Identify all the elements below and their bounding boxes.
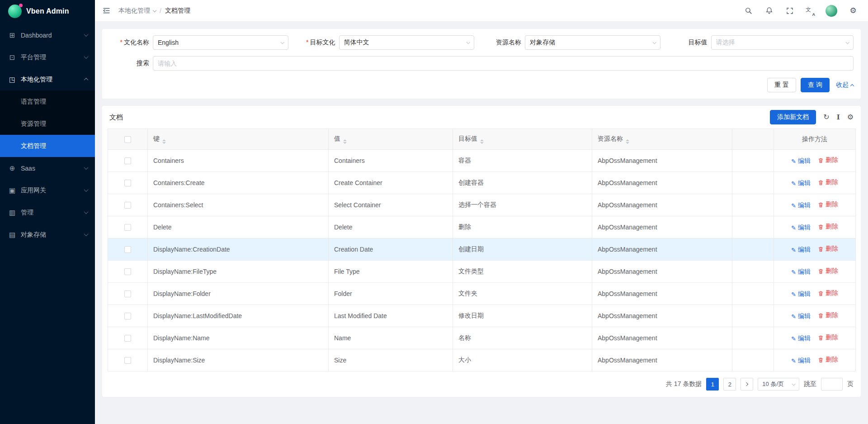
edit-button[interactable]: ✎编辑 [791, 157, 811, 165]
table-settings-icon[interactable]: ⚙ [847, 114, 854, 121]
delete-button[interactable]: 删除 [818, 356, 838, 364]
delete-button[interactable]: 删除 [818, 289, 838, 297]
table-row: ContainersContainers容器AbpOssManagement✎编… [108, 150, 856, 172]
sidebar-item-platform[interactable]: ⊡平台管理 [0, 46, 95, 68]
filter-select-1[interactable]: 简体中文 [339, 35, 475, 50]
filter-select-2[interactable]: 对象存储 [525, 35, 660, 50]
row-checkbox[interactable] [124, 357, 131, 364]
sidebar-collapse-icon[interactable] [101, 6, 111, 16]
cell-key: Containers:Create [148, 172, 329, 194]
logo[interactable]: Vben Admin [0, 0, 95, 22]
admin-icon: ▥ [8, 209, 16, 217]
edit-button[interactable]: ✎编辑 [791, 224, 811, 232]
sidebar-item-localization[interactable]: ◳本地化管理 [0, 68, 95, 91]
delete-button[interactable]: 删除 [818, 311, 838, 319]
delete-button[interactable]: 删除 [818, 267, 838, 275]
row-checkbox[interactable] [124, 268, 131, 275]
delete-button[interactable]: 删除 [818, 178, 838, 186]
sidebar-item-label: 管理 [21, 209, 85, 217]
page-buttons: 12 [706, 378, 736, 391]
chevron-right-icon [745, 382, 748, 386]
edit-button[interactable]: ✎编辑 [791, 290, 811, 298]
bell-icon[interactable] [764, 6, 774, 16]
reset-button[interactable]: 重 置 [767, 78, 796, 92]
main-column: 本地化管理 / 文档管理 文 A ⚙ [95, 0, 868, 424]
cell-value: Folder [329, 283, 453, 305]
sidebar-subitem-language[interactable]: 语言管理 [0, 91, 95, 113]
search-input[interactable] [153, 56, 854, 71]
delete-button[interactable]: 删除 [818, 245, 838, 253]
cell-resource-name: AbpOssManagement [592, 261, 732, 283]
edit-button[interactable]: ✎编辑 [791, 268, 811, 276]
delete-button[interactable]: 删除 [818, 333, 838, 342]
cell-target-value: 修改日期 [453, 305, 592, 327]
table-row: DisplayName:SizeSize大小AbpOssManagement✎编… [108, 349, 856, 372]
cell-value: Name [329, 327, 453, 349]
collapse-toggle[interactable]: 收起 [836, 81, 854, 89]
avatar[interactable] [826, 5, 837, 17]
cell-key: DisplayName:Size [148, 349, 329, 372]
delete-button[interactable]: 删除 [818, 156, 838, 164]
next-page-button[interactable] [741, 378, 753, 391]
edit-button[interactable]: ✎编辑 [791, 312, 811, 320]
page-button-1[interactable]: 1 [706, 378, 719, 391]
cell-actions: ✎编辑删除 [774, 327, 856, 349]
edit-button[interactable]: ✎编辑 [791, 357, 811, 365]
filter-select-3[interactable]: 请选择 [711, 35, 854, 50]
row-height-icon[interactable]: I [837, 114, 840, 121]
sidebar-item-gateway[interactable]: ▣应用网关 [0, 179, 95, 201]
cell-empty [732, 327, 774, 349]
row-checkbox[interactable] [124, 246, 131, 253]
edit-button[interactable]: ✎编辑 [791, 201, 811, 210]
row-checkbox[interactable] [124, 291, 131, 297]
sort-icon[interactable] [626, 139, 629, 144]
translate-sub-glyph: A [812, 12, 816, 17]
gear-icon[interactable]: ⚙ [848, 6, 858, 16]
search-icon[interactable] [743, 6, 753, 16]
page-size-select[interactable]: 10 条/页 [758, 378, 799, 391]
add-document-button[interactable]: 添加新文档 [770, 110, 816, 124]
refresh-icon[interactable]: ↻ [823, 114, 829, 121]
breadcrumb-parent[interactable]: 本地化管理 [118, 7, 156, 15]
select-all-checkbox[interactable] [124, 136, 131, 143]
row-checkbox[interactable] [124, 335, 131, 342]
row-checkbox[interactable] [124, 313, 131, 319]
cell-resource-name: AbpOssManagement [592, 327, 732, 349]
sidebar-item-admin[interactable]: ▥管理 [0, 201, 95, 224]
edit-button[interactable]: ✎编辑 [791, 246, 811, 254]
sort-icon[interactable] [480, 139, 484, 144]
pencil-icon: ✎ [791, 202, 796, 209]
jump-input[interactable] [821, 378, 843, 391]
edit-button[interactable]: ✎编辑 [791, 334, 811, 343]
edit-button[interactable]: ✎编辑 [791, 179, 811, 187]
sort-icon[interactable] [343, 139, 347, 144]
fullscreen-icon[interactable] [785, 6, 795, 16]
sidebar-subitem-document[interactable]: 文档管理 [0, 135, 95, 157]
query-button[interactable]: 查 询 [801, 78, 830, 92]
translate-main-glyph: 文 [806, 6, 811, 14]
filter-panel: *文化名称English*目标文化简体中文资源名称对象存储目标值请选择 搜索 重… [102, 29, 861, 99]
sidebar-item-dashboard[interactable]: ⊞Dashboard [0, 24, 95, 46]
delete-button[interactable]: 删除 [818, 223, 838, 231]
cell-resource-name: AbpOssManagement [592, 194, 732, 216]
cell-key: DisplayName:Name [148, 327, 329, 349]
sidebar-item-oss[interactable]: ▤对象存储 [0, 224, 95, 246]
cell-actions: ✎编辑删除 [774, 194, 856, 216]
cell-actions: ✎编辑删除 [774, 238, 856, 261]
trash-icon [818, 291, 824, 296]
translate-icon[interactable]: 文 A [806, 6, 815, 15]
filter-select-0[interactable]: English [153, 35, 288, 50]
row-checkbox[interactable] [124, 157, 131, 164]
row-checkbox[interactable] [124, 180, 131, 186]
page-button-2[interactable]: 2 [723, 378, 736, 391]
table-row: DisplayName:FileTypeFile Type文件类型AbpOssM… [108, 261, 856, 283]
row-checkbox[interactable] [124, 202, 131, 209]
delete-button[interactable]: 删除 [818, 200, 838, 209]
required-asterisk: * [306, 38, 308, 46]
oss-icon: ▤ [8, 231, 16, 239]
sidebar-item-saas[interactable]: ⊕Saas [0, 157, 95, 179]
sort-icon[interactable] [162, 139, 166, 144]
table-row: Containers:CreateCreate Container创建容器Abp… [108, 172, 856, 194]
row-checkbox[interactable] [124, 224, 131, 231]
sidebar-subitem-resource[interactable]: 资源管理 [0, 113, 95, 135]
